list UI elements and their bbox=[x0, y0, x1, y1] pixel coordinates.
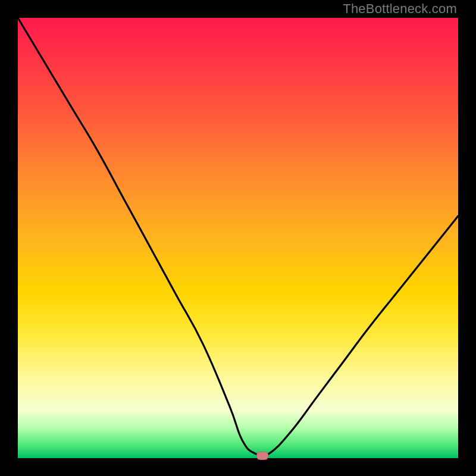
bottleneck-curve bbox=[18, 18, 458, 458]
optimum-marker bbox=[256, 452, 268, 460]
plot-area bbox=[18, 18, 458, 458]
watermark-label: TheBottleneck.com bbox=[343, 1, 457, 17]
chart-frame: TheBottleneck.com bbox=[0, 0, 476, 476]
